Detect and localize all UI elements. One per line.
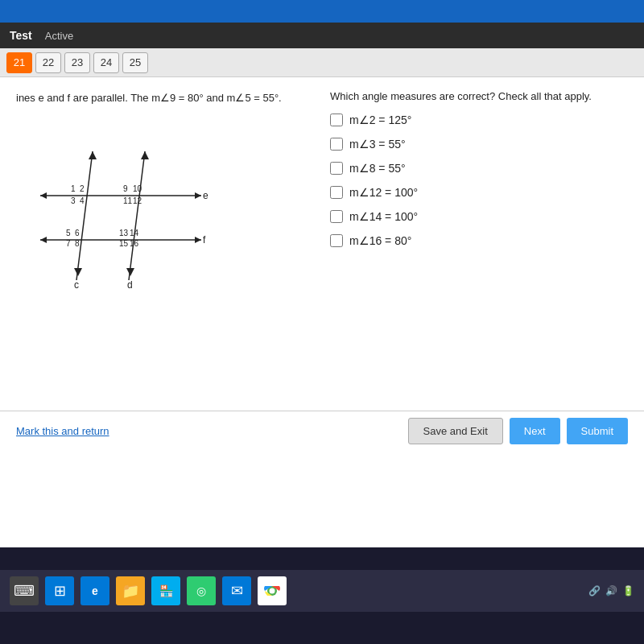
answer-option-2[interactable]: m∠3 = 55°	[330, 138, 628, 151]
left-panel: ines e and f are parallel. The m∠9 = 80°…	[16, 90, 314, 402]
save-exit-button[interactable]: Save and Exit	[408, 418, 503, 444]
bottom-bar: Mark this and return Save and Exit Next …	[0, 411, 644, 451]
checkbox-5[interactable]	[330, 210, 343, 223]
svg-text:5: 5	[66, 229, 71, 237]
taskbar-store-icon[interactable]: 🏪	[151, 576, 180, 605]
checkbox-3[interactable]	[330, 162, 343, 175]
answer-option-6[interactable]: m∠16 = 80°	[330, 234, 628, 247]
svg-text:e: e	[203, 190, 208, 201]
svg-marker-2	[40, 192, 47, 199]
diagram: 1 2 3 4 9 10 11 12 5 6 7 8 13 14	[16, 119, 225, 296]
checkbox-6[interactable]	[330, 234, 343, 247]
taskbar-right: 🔗 🔊 🔋	[588, 585, 634, 597]
svg-text:16: 16	[130, 239, 139, 248]
svg-text:2: 2	[80, 184, 85, 193]
svg-marker-10	[141, 151, 149, 159]
top-bar	[0, 0, 644, 23]
answer-label-3: m∠8 = 55°	[349, 162, 406, 175]
svg-marker-4	[195, 237, 201, 243]
svg-text:15: 15	[119, 239, 129, 248]
svg-text:c: c	[74, 279, 79, 291]
header-status: Active	[45, 30, 73, 42]
problem-text: ines e and f are parallel. The m∠9 = 80°…	[16, 90, 314, 106]
svg-line-9	[129, 151, 145, 280]
svg-text:12: 12	[133, 196, 142, 205]
svg-marker-1	[195, 192, 201, 199]
svg-marker-11	[126, 268, 134, 276]
tab-23[interactable]: 23	[64, 52, 90, 73]
screen: Test Active 21 22 23 24 25 ines e and f …	[0, 23, 644, 547]
checkbox-4[interactable]	[330, 186, 343, 199]
tab-25[interactable]: 25	[122, 52, 148, 73]
submit-button[interactable]: Submit	[567, 418, 628, 444]
svg-text:4: 4	[80, 196, 85, 205]
svg-marker-5	[40, 237, 47, 243]
answer-option-1[interactable]: m∠2 = 125°	[330, 114, 628, 126]
answer-label-1: m∠2 = 125°	[349, 114, 411, 126]
question-label: Which angle measures are correct? Check …	[330, 90, 628, 102]
svg-text:13: 13	[119, 229, 129, 237]
taskbar-edge-icon[interactable]: e	[80, 576, 109, 605]
svg-text:d: d	[127, 279, 133, 291]
taskbar-network-icon: 🔗	[588, 585, 601, 597]
taskbar: ⌨ ⊞ e 📁 🏪 ◎ ✉ 🔗 🔊 🔋	[0, 547, 644, 644]
svg-text:f: f	[203, 234, 206, 246]
answer-label-5: m∠14 = 100°	[349, 210, 418, 223]
svg-text:6: 6	[75, 229, 80, 237]
taskbar-folder-icon[interactable]: 📁	[116, 576, 145, 605]
taskbar-green-icon[interactable]: ◎	[187, 576, 216, 605]
svg-line-6	[76, 151, 93, 280]
checkbox-2[interactable]	[330, 138, 343, 151]
answer-label-4: m∠12 = 100°	[349, 186, 418, 199]
header-title: Test	[10, 29, 32, 42]
tab-24[interactable]: 24	[93, 52, 119, 73]
tab-bar: 21 22 23 24 25	[0, 48, 644, 77]
tab-21[interactable]: 21	[6, 52, 32, 73]
mark-link[interactable]: Mark this and return	[16, 425, 109, 437]
svg-text:10: 10	[133, 184, 142, 193]
question-area: ines e and f are parallel. The m∠9 = 80°…	[0, 77, 644, 415]
svg-text:7: 7	[66, 239, 71, 248]
svg-text:3: 3	[71, 196, 76, 205]
svg-marker-8	[74, 268, 82, 276]
next-button[interactable]: Next	[510, 418, 560, 444]
svg-text:11: 11	[123, 196, 133, 205]
taskbar-inner: ⌨ ⊞ e 📁 🏪 ◎ ✉ 🔗 🔊 🔋	[0, 570, 644, 612]
taskbar-sound-icon: 🔊	[605, 585, 617, 597]
answer-option-4[interactable]: m∠12 = 100°	[330, 186, 628, 199]
taskbar-keyboard-icon[interactable]: ⌨	[10, 576, 39, 605]
svg-text:1: 1	[71, 184, 76, 193]
taskbar-mail-icon[interactable]: ✉	[222, 576, 251, 605]
answer-label-6: m∠16 = 80°	[349, 234, 411, 247]
svg-text:9: 9	[123, 184, 128, 193]
button-group: Save and Exit Next Submit	[408, 418, 628, 444]
answer-option-3[interactable]: m∠8 = 55°	[330, 162, 628, 175]
svg-text:8: 8	[75, 239, 80, 248]
taskbar-chrome-icon[interactable]	[258, 576, 287, 605]
taskbar-battery-icon: 🔋	[622, 585, 634, 597]
answer-option-5[interactable]: m∠14 = 100°	[330, 210, 628, 223]
answer-label-2: m∠3 = 55°	[349, 138, 406, 151]
taskbar-windows-icon[interactable]: ⊞	[45, 576, 74, 605]
header: Test Active	[0, 23, 644, 48]
right-panel: Which angle measures are correct? Check …	[330, 90, 628, 402]
svg-text:14: 14	[130, 229, 139, 237]
checkbox-1[interactable]	[330, 114, 343, 126]
svg-marker-7	[89, 151, 97, 159]
tab-22[interactable]: 22	[35, 52, 61, 73]
svg-point-33	[270, 588, 275, 594]
